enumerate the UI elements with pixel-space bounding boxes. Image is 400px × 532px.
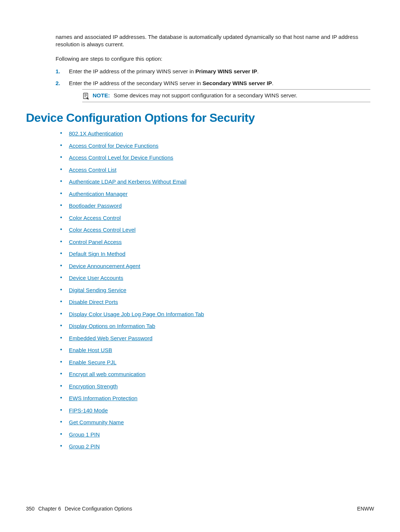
step-1-suffix: .: [257, 68, 259, 74]
security-link-item: Default Sign In Method: [69, 250, 370, 258]
step-1: Enter the IP address of the primary WINS…: [69, 68, 370, 75]
footer-left: 350 Chapter 6 Device Configuration Optio…: [26, 506, 132, 512]
step-1-bold: Primary WINS server IP: [196, 68, 257, 74]
security-link[interactable]: Encryption Strength: [69, 383, 118, 389]
security-link[interactable]: Enable Secure PJL: [69, 359, 116, 365]
security-link[interactable]: Default Sign In Method: [69, 251, 126, 257]
security-link[interactable]: Color Access Control: [69, 215, 121, 221]
security-link[interactable]: Access Control List: [69, 167, 116, 173]
intro-paragraph-1: names and associated IP addresses. The d…: [56, 33, 370, 48]
security-link[interactable]: Disable Direct Ports: [69, 299, 118, 305]
security-link[interactable]: FIPS-140 Mode: [69, 407, 108, 414]
security-link-item: Display Color Usage Job Log Page On Info…: [69, 311, 370, 318]
step-2-bold: Secondary WINS server IP: [203, 80, 272, 86]
security-link[interactable]: Digital Sending Service: [69, 287, 126, 293]
security-link[interactable]: Group 1 PIN: [69, 431, 100, 438]
footer-chapter: Chapter 6: [38, 506, 61, 512]
security-link[interactable]: Display Options on Information Tab: [69, 323, 155, 329]
security-link[interactable]: EWS Information Protection: [69, 395, 137, 401]
security-link[interactable]: Get Community Name: [69, 419, 124, 425]
security-link-item: Color Access Control Level: [69, 226, 370, 234]
security-link[interactable]: Authenticate LDAP and Kerberos Without E…: [69, 178, 186, 185]
security-link-item: Disable Direct Ports: [69, 298, 370, 306]
security-link-item: Access Control List: [69, 166, 370, 174]
security-link-item: 802.1X Authentication: [69, 130, 370, 137]
security-link[interactable]: Access Control for Device Functions: [69, 143, 159, 149]
security-link-item: Digital Sending Service: [69, 287, 370, 294]
footer-right: ENWW: [357, 506, 374, 512]
security-link-item: Bootloader Password: [69, 202, 370, 210]
footer-chapter-title: Device Configuration Options: [65, 506, 132, 512]
security-link-item: Device User Accounts: [69, 274, 370, 282]
security-link[interactable]: Enable Host USB: [69, 347, 112, 353]
note-block: NOTE:Some devices may not support config…: [82, 89, 370, 102]
security-link-item: Display Options on Information Tab: [69, 322, 370, 330]
security-link[interactable]: Device Announcement Agent: [69, 263, 140, 269]
security-link-item: Access Control Level for Device Function…: [69, 154, 370, 161]
security-link-item: Group 2 PIN: [69, 443, 370, 450]
security-link[interactable]: Embedded Web Server Password: [69, 335, 153, 341]
security-link[interactable]: Device User Accounts: [69, 275, 123, 281]
security-link-item: Authentication Manager: [69, 190, 370, 198]
security-link-item: Enable Host USB: [69, 347, 370, 354]
note-icon: [82, 92, 90, 100]
security-link-item: Group 1 PIN: [69, 431, 370, 438]
intro-paragraph-2: Following are steps to configure this op…: [56, 55, 370, 63]
step-2: Enter the IP address of the secondary WI…: [69, 80, 370, 102]
security-link[interactable]: Display Color Usage Job Log Page On Info…: [69, 311, 204, 317]
content-body: names and associated IP addresses. The d…: [56, 33, 370, 450]
note-text: Some devices may not support configurati…: [114, 92, 297, 98]
step-2-prefix: Enter the IP address of the secondary WI…: [69, 80, 203, 86]
security-link-item: Color Access Control: [69, 214, 370, 222]
security-links-list: 802.1X AuthenticationAccess Control for …: [56, 130, 370, 450]
step-2-suffix: .: [272, 80, 273, 86]
security-link-item: EWS Information Protection: [69, 395, 370, 402]
security-link-item: Authenticate LDAP and Kerberos Without E…: [69, 178, 370, 185]
security-link-item: Enable Secure PJL: [69, 359, 370, 366]
security-link[interactable]: Group 2 PIN: [69, 443, 100, 449]
step-1-prefix: Enter the IP address of the primary WINS…: [69, 68, 196, 74]
security-link[interactable]: Bootloader Password: [69, 203, 122, 209]
footer-page-number: 350: [26, 506, 34, 512]
security-link-item: Control Panel Access: [69, 238, 370, 246]
note-text-wrapper: NOTE:Some devices may not support config…: [93, 92, 370, 99]
note-label: NOTE:: [93, 92, 110, 98]
security-link-item: Access Control for Device Functions: [69, 142, 370, 150]
page: names and associated IP addresses. The d…: [0, 0, 400, 532]
security-link[interactable]: Encrypt all web communication: [69, 371, 146, 377]
security-link-item: Embedded Web Server Password: [69, 335, 370, 342]
security-link[interactable]: 802.1X Authentication: [69, 130, 123, 137]
security-link[interactable]: Control Panel Access: [69, 239, 122, 245]
section-title: Device Configuration Options for Securit…: [26, 111, 370, 125]
security-link-item: Device Announcement Agent: [69, 262, 370, 270]
security-link[interactable]: Authentication Manager: [69, 191, 127, 197]
security-link-item: Encryption Strength: [69, 383, 370, 390]
security-link-item: Get Community Name: [69, 419, 370, 426]
page-footer: 350 Chapter 6 Device Configuration Optio…: [26, 506, 374, 512]
security-link-item: Encrypt all web communication: [69, 371, 370, 378]
security-link[interactable]: Color Access Control Level: [69, 227, 136, 233]
steps-list: Enter the IP address of the primary WINS…: [56, 68, 370, 103]
security-link-item: FIPS-140 Mode: [69, 407, 370, 414]
security-link[interactable]: Access Control Level for Device Function…: [69, 154, 173, 161]
